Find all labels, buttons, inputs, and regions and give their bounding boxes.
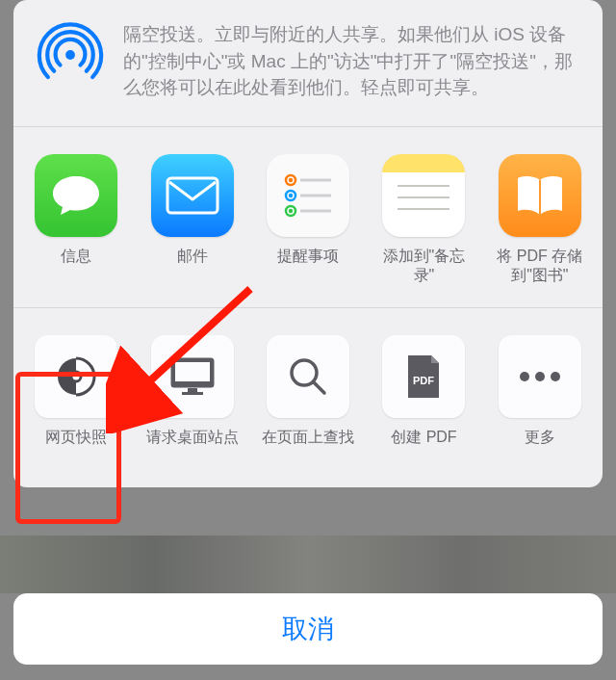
cancel-button[interactable]: 取消 (13, 593, 603, 665)
svg-point-24 (535, 372, 545, 381)
app-label: 信息 (61, 247, 91, 285)
pdf-icon: PDF (382, 335, 465, 418)
action-label: 更多 (525, 428, 555, 466)
svg-rect-19 (182, 392, 203, 395)
reminders-icon (267, 154, 349, 237)
desktop-icon (151, 335, 234, 418)
share-sheet: 隔空投送。立即与附近的人共享。如果他们从 iOS 设备的"控制中心"或 Mac … (13, 0, 603, 487)
app-share-row: 信息 邮件 提醒事项 (13, 127, 603, 308)
app-label: 提醒事项 (277, 247, 339, 285)
share-books[interactable]: 将 PDF 存储到"图书" (491, 154, 589, 287)
svg-point-3 (289, 177, 293, 181)
share-messages[interactable]: 信息 (27, 154, 125, 287)
action-label: 创建 PDF (391, 428, 456, 466)
svg-point-5 (289, 193, 293, 196)
svg-rect-1 (167, 178, 218, 213)
action-more[interactable]: 更多 (491, 335, 589, 466)
svg-point-23 (520, 372, 529, 381)
airdrop-section[interactable]: 隔空投送。立即与附近的人共享。如果他们从 iOS 设备的"控制中心"或 Mac … (13, 0, 603, 126)
app-label: 将 PDF 存储到"图书" (491, 247, 589, 287)
svg-point-14 (71, 372, 81, 381)
snapshot-icon (35, 335, 117, 418)
action-create-pdf[interactable]: PDF 创建 PDF (374, 335, 473, 466)
action-webpage-snapshot[interactable]: 网页快照 (27, 335, 125, 466)
cancel-label: 取消 (282, 612, 334, 646)
action-request-desktop[interactable]: 请求桌面站点 (142, 335, 241, 466)
search-icon (267, 335, 349, 418)
svg-rect-18 (188, 388, 197, 392)
mail-icon (151, 154, 234, 237)
share-mail[interactable]: 邮件 (142, 154, 241, 287)
svg-rect-17 (175, 362, 210, 381)
notes-icon (382, 154, 465, 237)
action-row: 网页快照 请求桌面站点 在页面上查找 PDF 创建 PDF 更多 (13, 308, 603, 487)
airdrop-icon (35, 19, 106, 91)
app-label: 添加到"备忘录" (374, 247, 473, 287)
svg-point-0 (65, 50, 75, 60)
action-label: 请求桌面站点 (146, 428, 239, 466)
background-photos (0, 536, 616, 593)
svg-point-7 (289, 208, 293, 212)
svg-point-25 (551, 372, 560, 381)
svg-line-21 (314, 382, 324, 393)
svg-text:PDF: PDF (413, 375, 434, 386)
action-label: 在页面上查找 (262, 428, 354, 466)
more-icon (499, 335, 581, 418)
share-reminders[interactable]: 提醒事项 (259, 154, 357, 287)
action-label: 网页快照 (45, 428, 107, 466)
messages-icon (35, 154, 117, 237)
books-icon (499, 154, 581, 237)
app-label: 邮件 (177, 247, 208, 285)
share-notes[interactable]: 添加到"备忘录" (374, 154, 473, 287)
airdrop-description: 隔空投送。立即与附近的人共享。如果他们从 iOS 设备的"控制中心"或 Mac … (123, 19, 581, 101)
action-find-on-page[interactable]: 在页面上查找 (259, 335, 357, 466)
